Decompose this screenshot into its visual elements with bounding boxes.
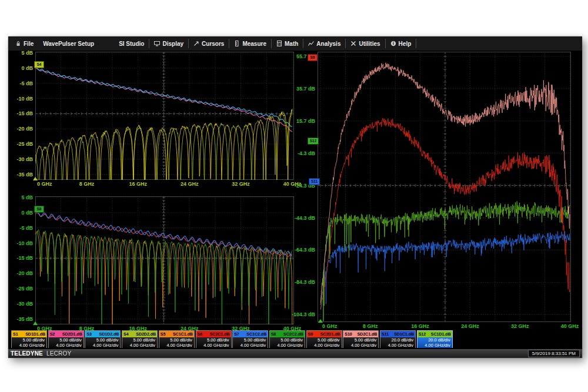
descriptor-scales: 5.00 dB/div4.00 GHz/div bbox=[307, 337, 342, 348]
horizontal-scale: 4.00 GHz/div bbox=[380, 343, 413, 349]
channel-id: S5 bbox=[161, 332, 166, 336]
trace-level-badge-s4[interactable]: S4 bbox=[34, 61, 44, 68]
channel-descriptor-s2[interactable]: S2SD2D1.dB5.00 dB/div4.00 GHz/div bbox=[48, 330, 84, 348]
y-axis-tick-label: -84.3 dB bbox=[281, 279, 315, 285]
y-axis-tick-label: 15.7 dB bbox=[281, 118, 315, 124]
channel-id: S6 bbox=[198, 332, 203, 336]
descriptor-scales: 5.00 dB/div4.00 GHz/div bbox=[159, 337, 194, 348]
horizontal-scale: 4.00 GHz/div bbox=[85, 343, 118, 349]
status-bar: TELEDYNE LECROY 5/9/2019 8:33:51 PM bbox=[8, 349, 582, 358]
channel-id: S1 bbox=[13, 332, 18, 336]
y-axis-tick-label: 0 dB bbox=[0, 210, 33, 216]
x-axis-tick-label: 16 GHz bbox=[411, 323, 429, 329]
y-axis-tick-label: -104.3 dB bbox=[281, 311, 315, 317]
descriptor-scales: 5.00 dB/div4.00 GHz/div bbox=[85, 337, 120, 348]
channel-descriptor-row: S1SD1D1.dB5.00 dB/div4.00 GHz/divS2SD2D1… bbox=[8, 330, 582, 349]
horizontal-scale: 4.00 GHz/div bbox=[417, 343, 450, 349]
channel-descriptor-s3[interactable]: S3SD1D2.dB5.00 dB/div4.00 GHz/div bbox=[85, 330, 121, 348]
horizontal-scale: 4.00 GHz/div bbox=[233, 343, 266, 349]
descriptor-header: S12SC1D1.dB bbox=[417, 331, 452, 337]
channel-id: S11 bbox=[382, 332, 389, 336]
horizontal-scale: 4.00 GHz/div bbox=[122, 343, 155, 349]
descriptor-scales: 5.00 dB/div4.00 GHz/div bbox=[196, 337, 231, 348]
y-axis-tick-label: -15 dB bbox=[0, 110, 33, 116]
channel-id: S9 bbox=[308, 332, 313, 336]
y-axis-tick-label: -44.3 dB bbox=[281, 215, 315, 221]
y-axis-tick-label: -5 dB bbox=[0, 81, 33, 86]
descriptor-scales: 5.00 dB/div4.00 GHz/div bbox=[12, 337, 46, 348]
horizontal-scale: 4.00 GHz/div bbox=[49, 343, 82, 349]
channel-descriptor-s9[interactable]: S9SC2D1.dB5.00 dB/div4.00 GHz/div bbox=[306, 330, 342, 348]
y-axis-tick-label: 5 dB bbox=[0, 50, 33, 56]
descriptor-scales: 20.0 dB/div4.00 GHz/div bbox=[417, 337, 452, 348]
descriptor-scales: 20.0 dB/div4.00 GHz/div bbox=[380, 337, 415, 348]
channel-descriptor-s4[interactable]: S4SD2D2.dB5.00 dB/div4.00 GHz/div bbox=[122, 330, 158, 348]
descriptor-header: S9SC2D1.dB bbox=[307, 331, 342, 337]
trace-SD1C1.dB bbox=[320, 232, 570, 310]
channel-name: SD2C1.dB bbox=[357, 332, 377, 336]
descriptor-scales: 5.00 dB/div4.00 GHz/div bbox=[122, 337, 157, 348]
descriptor-header: S4SD2D2.dB bbox=[122, 331, 157, 337]
channel-id: S8 bbox=[271, 332, 276, 336]
x-axis-tick-label: 24 GHz bbox=[461, 323, 479, 329]
y-axis-tick-label: -10 dB bbox=[0, 240, 33, 246]
plot-grid-common-mode-sparams[interactable] bbox=[35, 196, 294, 324]
trace-level-badge-s11[interactable]: S11 bbox=[309, 178, 320, 185]
plot-grid-mode-conversion-sparams[interactable] bbox=[318, 52, 571, 322]
x-axis-tick-label: 32 GHz bbox=[232, 181, 250, 187]
horizontal-scale: 4.00 GHz/div bbox=[196, 343, 229, 349]
channel-name: SD1C1.dB bbox=[394, 332, 414, 336]
horizontal-scale: 4.00 GHz/div bbox=[343, 343, 376, 349]
trigger-origin-marker bbox=[33, 321, 38, 325]
y-axis-tick-label: -64.3 dB bbox=[281, 247, 315, 253]
graph-area: 5 dB0 dB-5 dB-10 dB-15 dB-20 dB-25 dB-30… bbox=[8, 36, 582, 358]
trace-level-badge-s9[interactable]: S9 bbox=[308, 54, 318, 61]
wavepulser-window: FileWavePulser SetupSI StudioDisplayCurs… bbox=[8, 36, 582, 358]
y-axis-tick-label: -30 dB bbox=[0, 301, 33, 307]
y-axis-tick-label: -25 dB bbox=[0, 141, 33, 147]
y-axis-tick-label: -15 dB bbox=[0, 255, 33, 261]
channel-descriptor-s6[interactable]: S6SC2C1.dB5.00 dB/div4.00 GHz/div bbox=[196, 330, 232, 348]
desktop: FileWavePulser SetupSI StudioDisplayCurs… bbox=[0, 0, 588, 392]
channel-name: SC1D1.dB bbox=[431, 332, 451, 336]
channel-id: S7 bbox=[234, 332, 239, 336]
channel-descriptor-s11[interactable]: S11SD1C1.dB20.0 dB/div4.00 GHz/div bbox=[380, 330, 416, 348]
y-axis-tick-label: -20 dB bbox=[0, 126, 33, 132]
x-axis-tick-label: 8 GHz bbox=[79, 181, 95, 187]
y-axis-tick-label: 35.7 dB bbox=[281, 86, 315, 92]
brand-lecroy: LECROY bbox=[46, 350, 71, 357]
channel-name: SC1C2.dB bbox=[246, 332, 266, 336]
y-axis-tick-label: -35 dB bbox=[0, 172, 33, 177]
horizontal-scale: 4.00 GHz/div bbox=[307, 343, 340, 349]
descriptor-header: S2SD2D1.dB bbox=[49, 331, 83, 337]
x-axis-tick-label: 0 GHz bbox=[37, 181, 52, 187]
y-axis-tick-label: -30 dB bbox=[0, 156, 33, 162]
trace-SD1D2.dB bbox=[35, 68, 292, 126]
channel-descriptor-s12[interactable]: S12SC1D1.dB20.0 dB/div4.00 GHz/div bbox=[417, 330, 453, 348]
channel-name: SC2C2.dB bbox=[283, 332, 303, 336]
channel-descriptor-s1[interactable]: S1SD1D1.dB5.00 dB/div4.00 GHz/div bbox=[11, 330, 47, 348]
x-axis-tick-label: 24 GHz bbox=[181, 181, 199, 187]
trace-level-badge-s12[interactable]: S12 bbox=[308, 138, 319, 145]
channel-id: S4 bbox=[123, 332, 129, 336]
channel-name: SC2D1.dB bbox=[320, 332, 340, 336]
y-axis-tick-label: -20 dB bbox=[0, 270, 33, 276]
channel-name: SD1D2.dB bbox=[99, 332, 119, 336]
channel-descriptor-s5[interactable]: S5SC1C1.dB5.00 dB/div4.00 GHz/div bbox=[159, 330, 195, 348]
brand-teledyne: TELEDYNE bbox=[11, 350, 43, 357]
descriptor-scales: 5.00 dB/div4.00 GHz/div bbox=[343, 337, 378, 348]
horizontal-scale: 4.00 GHz/div bbox=[270, 343, 303, 349]
channel-descriptor-s10[interactable]: S10SD2C1.dB5.00 dB/div4.00 GHz/div bbox=[343, 330, 379, 348]
plot-grid-differential-sparams[interactable] bbox=[35, 52, 294, 180]
channel-descriptor-s7[interactable]: S7SC1C2.dB5.00 dB/div4.00 GHz/div bbox=[232, 330, 268, 348]
trace-level-badge-s8[interactable]: S8 bbox=[34, 206, 44, 213]
descriptor-scales: 5.00 dB/div4.00 GHz/div bbox=[233, 337, 268, 348]
channel-descriptor-s8[interactable]: S8SC2C2.dB5.00 dB/div4.00 GHz/div bbox=[269, 330, 305, 348]
x-axis-tick-label: 0 GHz bbox=[322, 323, 338, 329]
y-axis-tick-label: -5 dB bbox=[0, 225, 33, 231]
channel-id: S2 bbox=[50, 332, 55, 336]
y-axis-tick-label: -4.3 dB bbox=[281, 150, 315, 156]
descriptor-header: S8SC2C2.dB bbox=[270, 331, 305, 337]
channel-name: SD2D2.dB bbox=[136, 332, 156, 336]
descriptor-scales: 5.00 dB/div4.00 GHz/div bbox=[49, 337, 83, 348]
